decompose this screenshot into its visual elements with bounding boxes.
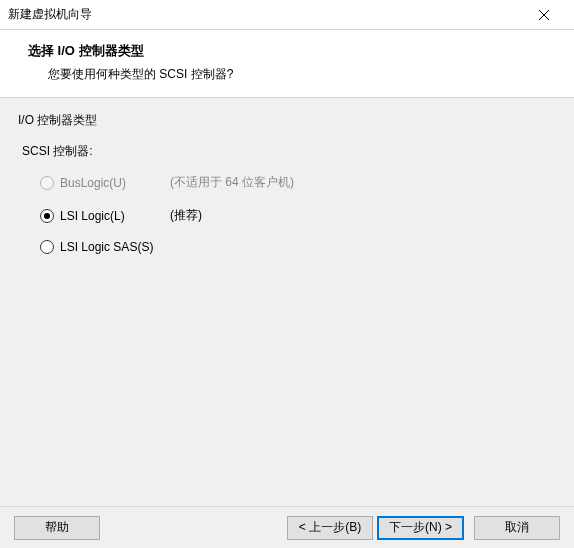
radio-label: LSI Logic SAS(S) [60, 240, 170, 254]
radio-option-lsilogicsas[interactable]: LSI Logic SAS(S) [40, 240, 556, 254]
footer: 帮助 < 上一步(B) 下一步(N) > 取消 [0, 506, 574, 548]
subgroup-title: SCSI 控制器: [22, 143, 556, 160]
radio-option-lsilogic[interactable]: LSI Logic(L) (推荐) [40, 207, 556, 224]
radio-label: BusLogic(U) [60, 176, 170, 190]
radio-hint: (推荐) [170, 207, 202, 224]
back-button[interactable]: < 上一步(B) [287, 516, 373, 540]
header-title: 选择 I/O 控制器类型 [28, 42, 574, 60]
radio-icon[interactable] [40, 240, 54, 254]
radio-hint: (不适用于 64 位客户机) [170, 174, 294, 191]
radio-icon[interactable] [40, 209, 54, 223]
header-subtitle: 您要使用何种类型的 SCSI 控制器? [28, 66, 574, 83]
header-section: 选择 I/O 控制器类型 您要使用何种类型的 SCSI 控制器? [0, 30, 574, 97]
next-button[interactable]: 下一步(N) > [377, 516, 464, 540]
help-button[interactable]: 帮助 [14, 516, 100, 540]
radio-label: LSI Logic(L) [60, 209, 170, 223]
radio-icon [40, 176, 54, 190]
content-area: I/O 控制器类型 SCSI 控制器: BusLogic(U) (不适用于 64… [0, 97, 574, 513]
group-title: I/O 控制器类型 [18, 112, 556, 129]
close-button[interactable] [524, 1, 564, 29]
titlebar: 新建虚拟机向导 [0, 0, 574, 30]
close-icon [539, 10, 549, 20]
radio-option-buslogic: BusLogic(U) (不适用于 64 位客户机) [40, 174, 556, 191]
cancel-button[interactable]: 取消 [474, 516, 560, 540]
window-title: 新建虚拟机向导 [8, 6, 92, 23]
